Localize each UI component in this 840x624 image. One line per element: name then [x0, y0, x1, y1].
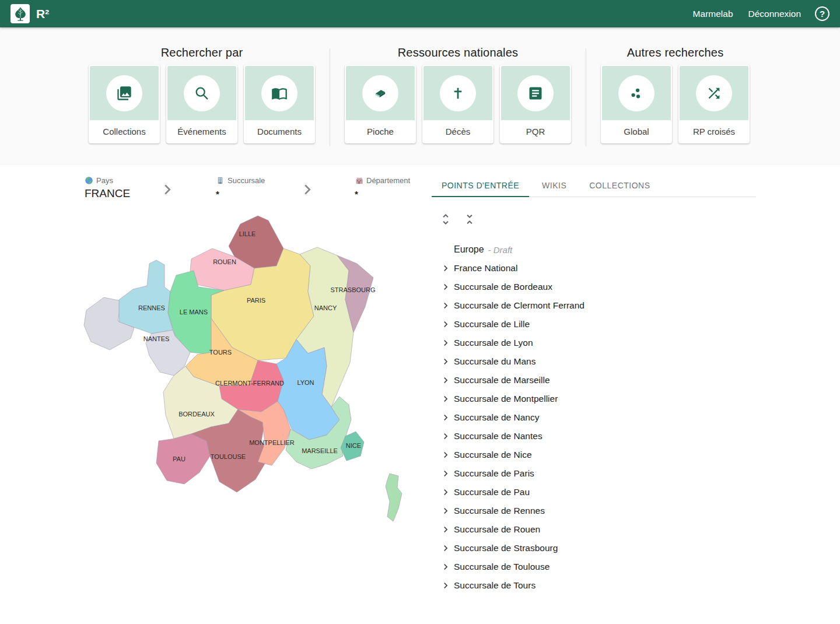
tab-bar: POINTS D'ENTRÉE WIKIS COLLECTIONS [432, 174, 756, 197]
tab-wikis[interactable]: WIKIS [529, 174, 579, 197]
nav-logout-link[interactable]: Déconnexion [748, 9, 801, 19]
tree-item-succursale-de-clermont-ferrand[interactable]: Succursale de Clermont Ferrand [432, 296, 756, 315]
tree-item-succursale-de-tours[interactable]: Succursale de Tours [432, 576, 756, 595]
chevron-right-icon[interactable] [440, 561, 452, 573]
tree-item-france-national[interactable]: France National [432, 259, 756, 278]
tree-logo-icon [12, 6, 29, 22]
tab-collections[interactable]: COLLECTIONS [579, 174, 660, 197]
tree-item-succursale-de-rouen[interactable]: Succursale de Rouen [432, 520, 756, 539]
chevron-right-icon[interactable] [440, 430, 452, 442]
chevron-right-icon[interactable] [440, 356, 452, 367]
chevron-right-icon[interactable] [440, 393, 452, 405]
deck-icon [372, 85, 388, 101]
map-region-pau[interactable] [156, 434, 210, 484]
tree-item-label: Succursale de Lyon [454, 338, 533, 348]
tree-item-succursale-de-marseille[interactable]: Succursale de Marseille [432, 371, 756, 390]
search-by-group: Rechercher par CollectionsÉvénementsDocu… [89, 46, 315, 143]
chevron-right-icon[interactable] [440, 486, 452, 498]
draft-badge: - Draft [488, 245, 513, 255]
card-documents[interactable]: Documents [244, 65, 315, 143]
tree-item-succursale-de-pau[interactable]: Succursale de Pau [432, 483, 756, 502]
tree-item-succursale-du-mans[interactable]: Succursale du Mans [432, 352, 756, 371]
map-region-corse[interactable] [386, 474, 402, 521]
tree-item-label: Succursale de Nantes [454, 431, 542, 441]
tree-item-label: Succursale de Tours [454, 580, 536, 591]
chevron-right-icon[interactable] [440, 449, 452, 461]
tree-item-succursale-de-strasbourg[interactable]: Succursale de Strasbourg [432, 539, 756, 558]
chevron-right-icon[interactable] [440, 524, 452, 535]
card-label: RP croisés [680, 120, 748, 142]
photo-library-icon [116, 85, 132, 101]
geo-browser: Pays FRANCE Succursale * Départe [82, 164, 408, 595]
tree-toolbar [439, 212, 756, 226]
breadcrumb-label: Succursale [228, 176, 265, 185]
bubble-chart-icon [628, 85, 645, 101]
tree-item-succursale-de-montpellier[interactable]: Succursale de Montpellier [432, 390, 756, 408]
app-logo[interactable] [10, 4, 30, 23]
collapse-all-icon[interactable] [463, 212, 477, 226]
tree-item-succursale-de-toulouse[interactable]: Succursale de Toulouse [432, 558, 756, 576]
tree-item-succursale-de-nantes[interactable]: Succursale de Nantes [432, 427, 756, 446]
globe-icon [85, 176, 93, 185]
card-deces[interactable]: Décès [422, 65, 494, 143]
france-map[interactable]: LILLEROUENPARISNANCYSTRASBOURGRENNESLE M… [82, 212, 408, 539]
chevron-right-icon[interactable] [440, 300, 452, 311]
chevron-right-icon [158, 180, 177, 202]
tree-item-label: Succursale de Strasbourg [454, 543, 558, 553]
card-pqr[interactable]: PQR [500, 65, 571, 143]
tree-item-succursale-de-lyon[interactable]: Succursale de Lyon [432, 334, 756, 352]
card-rp-croises[interactable]: RP croisés [678, 65, 750, 143]
chevron-right-icon[interactable] [440, 281, 452, 293]
chevron-right-icon[interactable] [440, 505, 452, 517]
castle-icon [355, 176, 363, 185]
tree-item-succursale-de-rennes[interactable]: Succursale de Rennes [432, 502, 756, 520]
card-evenements[interactable]: Événements [166, 65, 237, 143]
breadcrumb-value-pays: FRANCE [85, 187, 130, 200]
section-title-autres-recherches: Autres recherches [601, 46, 750, 59]
building-icon [216, 176, 225, 185]
chevron-right-icon[interactable] [440, 468, 452, 479]
article-icon [527, 85, 544, 101]
tree-item-label: Succursale de Lille [454, 319, 530, 329]
breadcrumb-succursale[interactable]: Succursale * [216, 176, 265, 199]
card-label: PQR [501, 120, 570, 142]
search-icon [194, 85, 210, 101]
tree-item-succursale-de-lille[interactable]: Succursale de Lille [432, 315, 756, 334]
breadcrumb-value-departement: * [355, 189, 410, 199]
tree-item-succursale-de-paris[interactable]: Succursale de Paris [432, 464, 756, 483]
card-label: Décès [424, 120, 492, 142]
card-collections[interactable]: Collections [89, 65, 160, 143]
breadcrumb-departement[interactable]: Département * [355, 176, 410, 199]
section-title-ressources-nationales: Ressources nationales [345, 46, 571, 59]
expand-all-icon[interactable] [439, 212, 453, 226]
main-content: Pays FRANCE Succursale * Départe [0, 164, 840, 595]
chevron-right-icon[interactable] [440, 374, 452, 386]
tree-item-label: Succursale de Nancy [454, 412, 539, 423]
chevron-right-icon[interactable] [440, 580, 452, 591]
card-pioche[interactable]: Pioche [345, 65, 416, 143]
map-region-rennes[interactable] [119, 260, 173, 334]
chevron-right-icon[interactable] [440, 318, 452, 330]
breadcrumb-pays[interactable]: Pays FRANCE [85, 176, 130, 200]
tab-points-entree[interactable]: POINTS D'ENTRÉE [432, 174, 529, 197]
nav-user-link[interactable]: Marmelab [693, 9, 733, 19]
breadcrumb-label: Département [366, 176, 410, 185]
open-book-icon [271, 85, 288, 101]
card-global[interactable]: Global [601, 65, 672, 143]
help-icon[interactable]: ? [815, 6, 830, 21]
chevron-right-icon[interactable] [440, 412, 452, 423]
chevron-right-icon[interactable] [440, 262, 452, 274]
entry-points-panel: POINTS D'ENTRÉE WIKIS COLLECTIONS Europe… [432, 174, 756, 595]
app-title: R² [36, 7, 49, 21]
tree-item-succursale-de-bordeaux[interactable]: Succursale de Bordeaux [432, 278, 756, 296]
section-title-rechercher-par: Rechercher par [89, 46, 315, 59]
chevron-right-icon[interactable] [440, 337, 452, 349]
tree-item-succursale-de-nancy[interactable]: Succursale de Nancy [432, 408, 756, 427]
shuffle-icon [706, 85, 722, 101]
tree-item-succursale-de-nice[interactable]: Succursale de Nice [432, 446, 756, 464]
chevron-right-icon[interactable] [440, 542, 452, 554]
tree-item-label: Succursale de Pau [454, 487, 530, 497]
tree-item-label: France National [454, 263, 517, 274]
tree-item-europe[interactable]: Europe - Draft [432, 240, 756, 259]
vertical-divider [330, 48, 330, 146]
